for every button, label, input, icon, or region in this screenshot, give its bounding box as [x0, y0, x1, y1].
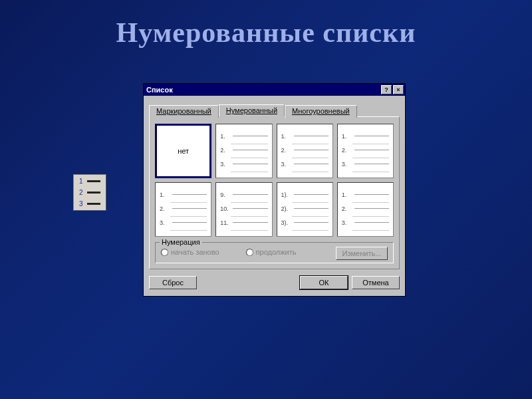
list-dialog: Список ? × Маркированный Нумерованный Мн… [143, 83, 406, 297]
num-label: 1. [342, 192, 352, 198]
tab-bulleted[interactable]: Маркированный [149, 105, 219, 118]
groupbox-title: Нумерация [160, 238, 202, 246]
reset-button[interactable]: Сброс [149, 276, 197, 289]
numbering-groupbox: Нумерация начать заново продолжить Измен… [155, 242, 394, 263]
tab-multilevel[interactable]: Многоуровневый [285, 105, 357, 118]
num-label: 3. [220, 161, 231, 168]
icon-row: 2 [79, 189, 100, 196]
radio-continue[interactable]: продолжить [246, 248, 297, 256]
num-label: 2. [342, 147, 352, 154]
num-label: 2. [342, 205, 352, 212]
option-r1c1[interactable]: 9. 10. 11. [215, 182, 272, 237]
icon-row: 1 [79, 178, 100, 185]
dialog-titlebar[interactable]: Список ? × [144, 84, 405, 96]
num-label: 1. [342, 133, 352, 140]
radio-icon [161, 249, 168, 256]
option-none[interactable]: нет [155, 124, 211, 178]
radio-restart[interactable]: начать заново [161, 248, 219, 256]
num-label: 2). [281, 205, 292, 212]
numbered-list-toolbar-icon[interactable]: 1 2 3 [73, 174, 106, 211]
num-label: 11. [220, 219, 231, 226]
num-label: 1). [281, 192, 292, 198]
num-label: 2. [281, 147, 292, 154]
tab-strip: Маркированный Нумерованный Многоуровневы… [149, 104, 400, 116]
ok-button[interactable]: ОК [300, 276, 348, 289]
radio-restart-label: начать заново [171, 248, 219, 256]
cancel-button[interactable]: Отмена [352, 276, 400, 289]
icon-row: 3 [79, 200, 100, 207]
close-button[interactable]: × [393, 85, 404, 94]
option-r1c2[interactable]: 1). 2). 3). [277, 182, 333, 237]
dialog-title: Список [146, 86, 173, 94]
radio-icon [246, 249, 253, 256]
option-none-label: нет [160, 147, 207, 155]
radio-continue-label: продолжить [256, 248, 297, 256]
help-button[interactable]: ? [381, 85, 392, 94]
num-label: 2. [160, 205, 170, 212]
option-r1c0[interactable]: 1. 2. 3. [155, 182, 211, 237]
option-r1c3[interactable]: 1. 2. 3. [337, 182, 394, 237]
num-label: 3. [342, 219, 352, 226]
option-r0c3[interactable]: 1. 2. 3. [337, 124, 394, 178]
num-label: 1. [281, 133, 292, 140]
option-r0c1[interactable]: 1. 2. 3. [215, 124, 272, 178]
tab-panel: нет 1. 2. 3. 1. 2. 3. 1. 2. 3. [149, 116, 400, 269]
num-label: 1. [160, 192, 170, 198]
num-label: 1. [220, 133, 231, 140]
num-label: 3. [160, 219, 170, 226]
num-label: 2. [220, 147, 231, 154]
num-label: 3). [281, 219, 292, 226]
num-label: 3. [342, 161, 352, 168]
option-r0c2[interactable]: 1. 2. 3. [277, 124, 333, 178]
num-label: 9. [220, 192, 231, 198]
tab-numbered[interactable]: Нумерованный [219, 104, 285, 117]
slide-title: Нумерованные списки [0, 0, 532, 49]
num-label: 3. [281, 161, 292, 168]
num-label: 10. [220, 205, 231, 212]
change-button[interactable]: Изменить... [336, 247, 388, 260]
